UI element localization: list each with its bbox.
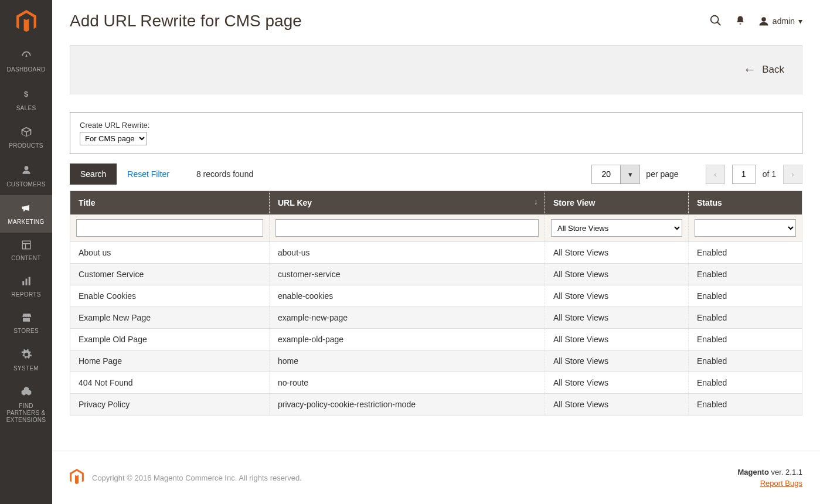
- table-row[interactable]: Example New Pageexample-new-pageAll Stor…: [70, 307, 802, 329]
- svg-text:$: $: [23, 90, 28, 98]
- megaphone-icon: [19, 202, 33, 215]
- col-title-header[interactable]: Title: [70, 191, 270, 215]
- magento-logo[interactable]: [0, 0, 52, 43]
- back-button[interactable]: ← Back: [743, 62, 784, 77]
- cell-status: Enabled: [689, 329, 802, 350]
- col-status-header[interactable]: Status: [689, 191, 802, 215]
- cell-title: Example Old Page: [70, 329, 270, 350]
- filter-storeview-select[interactable]: All Store Views: [551, 219, 682, 237]
- cell-storeview: All Store Views: [545, 307, 689, 329]
- footer-logo-icon: [70, 469, 84, 487]
- per-page-dropdown[interactable]: ▾: [621, 165, 640, 184]
- search-icon[interactable]: [709, 14, 722, 29]
- svg-point-10: [761, 17, 766, 22]
- sort-arrow-icon: ↓: [534, 198, 537, 206]
- pager-current-input[interactable]: [732, 165, 756, 184]
- cell-status: Enabled: [689, 372, 802, 394]
- nav-item-products[interactable]: PRODUCTS: [0, 119, 52, 156]
- storefront-icon: [20, 312, 33, 324]
- table-row[interactable]: 404 Not Foundno-routeAll Store ViewsEnab…: [70, 372, 802, 394]
- table-row[interactable]: Privacy Policyprivacy-policy-cookie-rest…: [70, 394, 802, 416]
- pager-total-label: of 1: [763, 169, 776, 179]
- nav-item-sales[interactable]: $SALES: [0, 80, 52, 119]
- svg-rect-7: [28, 277, 30, 285]
- cell-urlkey: home: [270, 350, 545, 372]
- svg-rect-5: [22, 281, 24, 285]
- footer-version: ver. 2.1.1: [769, 468, 802, 476]
- nav-item-find-partners-extensions[interactable]: FIND PARTNERS & EXTENSIONS: [0, 379, 52, 431]
- bars-icon: [21, 276, 32, 288]
- col-urlkey-header[interactable]: URL Key↓: [270, 191, 545, 215]
- table-row[interactable]: Customer Servicecustomer-serviceAll Stor…: [70, 264, 802, 285]
- create-rewrite-select[interactable]: For CMS page: [80, 132, 147, 145]
- svg-point-8: [711, 15, 719, 23]
- create-rewrite-label: Create URL Rewrite:: [80, 121, 792, 130]
- nav-item-customers[interactable]: CUSTOMERS: [0, 156, 52, 195]
- pager-next-button[interactable]: ›: [783, 165, 802, 184]
- per-page-input[interactable]: [591, 165, 621, 184]
- cell-title: Example New Page: [70, 307, 270, 329]
- nav-label: CONTENT: [11, 255, 40, 262]
- table-row[interactable]: Enable Cookiesenable-cookiesAll Store Vi…: [70, 285, 802, 307]
- dashboard-icon: [19, 50, 33, 63]
- cell-storeview: All Store Views: [545, 264, 689, 285]
- nav-item-reports[interactable]: REPORTS: [0, 269, 52, 305]
- cell-urlkey: about-us: [270, 242, 545, 264]
- cell-title: About us: [70, 242, 270, 264]
- gear-icon: [21, 349, 32, 362]
- footer: Copyright © 2016 Magento Commerce Inc. A…: [52, 451, 820, 504]
- pager-prev-button[interactable]: ‹: [706, 165, 725, 184]
- filter-row: All Store Views: [70, 214, 802, 242]
- nav-item-dashboard[interactable]: DASHBOARD: [0, 43, 52, 80]
- table-row[interactable]: Home PagehomeAll Store ViewsEnabled: [70, 350, 802, 372]
- filter-status-select[interactable]: [695, 219, 796, 237]
- svg-rect-2: [22, 241, 30, 249]
- cell-title: 404 Not Found: [70, 372, 270, 394]
- cell-status: Enabled: [689, 285, 802, 307]
- reset-filter-link[interactable]: Reset Filter: [127, 169, 169, 179]
- nav-item-system[interactable]: SYSTEM: [0, 342, 52, 379]
- footer-product: Magento: [737, 468, 768, 476]
- caret-down-icon: ▾: [798, 16, 802, 26]
- nav-item-stores[interactable]: STORES: [0, 305, 52, 342]
- col-storeview-header[interactable]: Store View: [545, 191, 689, 215]
- nav-label: CUSTOMERS: [6, 181, 45, 188]
- cell-title: Enable Cookies: [70, 285, 270, 307]
- table-row[interactable]: Example Old Pageexample-old-pageAll Stor…: [70, 329, 802, 350]
- cell-storeview: All Store Views: [545, 394, 689, 416]
- svg-point-1: [24, 166, 28, 170]
- search-button[interactable]: Search: [70, 164, 117, 185]
- svg-rect-6: [25, 279, 27, 285]
- action-bar: ← Back: [70, 45, 802, 94]
- pager: ‹ of 1 ›: [706, 165, 802, 184]
- nav-item-content[interactable]: CONTENT: [0, 233, 52, 269]
- back-label: Back: [762, 64, 784, 76]
- nav-label: FIND PARTNERS & EXTENSIONS: [2, 403, 50, 424]
- cell-status: Enabled: [689, 350, 802, 372]
- cell-storeview: All Store Views: [545, 242, 689, 264]
- filter-urlkey-input[interactable]: [275, 219, 539, 237]
- main-content: Add URL Rewrite for CMS page admin ▾ ← B…: [52, 0, 820, 504]
- caret-down-icon: ▾: [628, 170, 632, 179]
- user-menu[interactable]: admin ▾: [758, 16, 802, 26]
- filter-title-input[interactable]: [76, 219, 263, 237]
- report-bugs-link[interactable]: Report Bugs: [737, 479, 802, 488]
- cell-storeview: All Store Views: [545, 350, 689, 372]
- cell-urlkey: customer-service: [270, 264, 545, 285]
- page-title: Add URL Rewrite for CMS page: [70, 12, 709, 30]
- box-icon: [20, 126, 33, 139]
- table-row[interactable]: About usabout-usAll Store ViewsEnabled: [70, 242, 802, 264]
- cell-urlkey: example-old-page: [270, 329, 545, 350]
- cell-urlkey: privacy-policy-cookie-restriction-mode: [270, 394, 545, 416]
- records-found-label: 8 records found: [196, 169, 253, 179]
- grid-toolbar: Search Reset Filter 8 records found ▾ pe…: [70, 164, 802, 185]
- chevron-left-icon: ‹: [714, 170, 716, 179]
- nav-label: SALES: [16, 105, 36, 112]
- cell-storeview: All Store Views: [545, 329, 689, 350]
- page-header: Add URL Rewrite for CMS page admin ▾: [52, 0, 820, 45]
- nav-item-marketing[interactable]: MARKETING: [0, 195, 52, 233]
- notifications-icon[interactable]: [735, 15, 746, 28]
- cell-status: Enabled: [689, 242, 802, 264]
- copyright-text: Copyright © 2016 Magento Commerce Inc. A…: [92, 474, 302, 482]
- nav-label: DASHBOARD: [6, 66, 45, 73]
